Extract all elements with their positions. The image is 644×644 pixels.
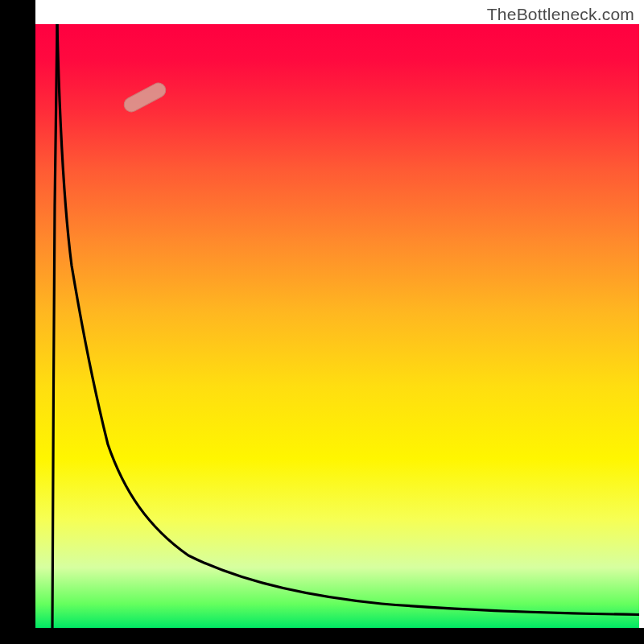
chart-canvas: TheBottleneck.com (0, 0, 644, 644)
curve-left-branch (52, 24, 57, 628)
y-axis-bar (0, 0, 35, 628)
curve-right-branch (57, 24, 639, 615)
plot-area (35, 24, 639, 628)
svg-rect-0 (122, 80, 168, 114)
bottleneck-curve (35, 24, 639, 628)
watermark-text: TheBottleneck.com (487, 5, 634, 24)
x-axis-bar (0, 628, 644, 644)
highlight-marker (122, 80, 168, 114)
